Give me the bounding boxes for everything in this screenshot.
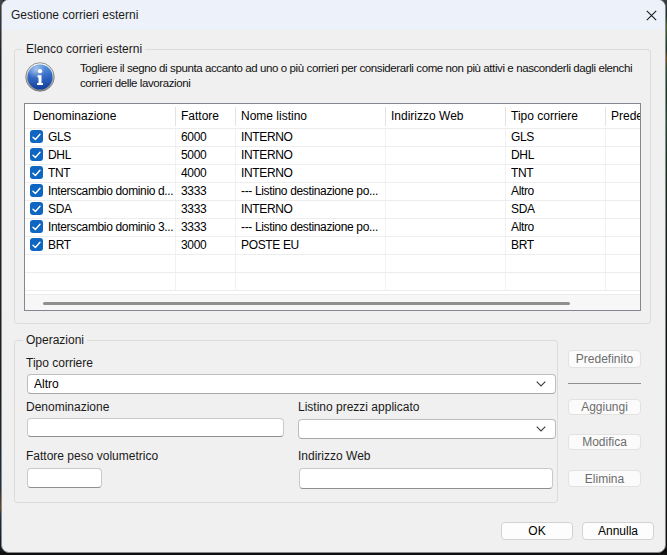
tipo-corriere-label: Tipo corriere <box>26 356 93 371</box>
cell-predefinito <box>611 128 640 146</box>
cell-predefinito <box>611 236 640 254</box>
tipo-corriere-select[interactable]: Altro <box>27 374 556 394</box>
column-header-indirizzo_web[interactable]: Indirizzo Web <box>391 104 463 128</box>
check-icon <box>32 241 41 249</box>
indirizzo-web-input[interactable] <box>299 468 553 489</box>
cell-predefinito <box>611 164 640 182</box>
column-header-denominazione[interactable]: Denominazione <box>33 104 116 128</box>
cell-nome_listino: INTERNO <box>241 146 384 164</box>
cell-indirizzo_web <box>391 200 504 218</box>
cell-nome_listino: INTERNO <box>241 164 384 182</box>
elimina-button[interactable]: Elimina <box>568 470 641 487</box>
grid-vline <box>605 128 606 290</box>
listino-prezzi-label: Listino prezzi applicato <box>298 400 419 415</box>
row-checkbox[interactable] <box>30 166 43 179</box>
couriers-table[interactable]: DenominazioneFattoreNome listinoIndirizz… <box>24 103 641 311</box>
cell-predefinito <box>611 146 640 164</box>
annulla-button[interactable]: Annulla <box>582 522 654 540</box>
check-icon <box>32 151 41 159</box>
cell-nome_listino: INTERNO <box>241 200 384 218</box>
listino-prezzi-select[interactable] <box>298 419 556 439</box>
cell-denominazione: BRT <box>48 236 174 254</box>
cell-denominazione: SDA <box>48 200 174 218</box>
side-buttons-separator <box>568 383 641 384</box>
column-header-fattore[interactable]: Fattore <box>181 104 219 128</box>
cell-fattore: 3333 <box>181 200 234 218</box>
fattore-peso-input[interactable] <box>27 468 102 488</box>
cell-fattore: 6000 <box>181 128 234 146</box>
column-header-tipo_corriere[interactable]: Tipo corriere <box>511 104 578 128</box>
groupbox-operazioni-label: Operazioni <box>23 333 87 348</box>
cell-fattore: 3000 <box>181 236 234 254</box>
cell-predefinito <box>611 200 640 218</box>
chevron-down-icon <box>536 381 546 387</box>
info-message: Togliere il segno di spunta accanto ad u… <box>80 61 632 91</box>
cell-nome_listino: INTERNO <box>241 128 384 146</box>
denominazione-label: Denominazione <box>26 400 109 415</box>
cell-fattore: 4000 <box>181 164 234 182</box>
cell-tipo_corriere: GLS <box>511 128 604 146</box>
cell-indirizzo_web <box>391 236 504 254</box>
cell-nome_listino: POSTE EU <box>241 236 384 254</box>
grid-hline <box>25 254 640 255</box>
column-header-nome_listino[interactable]: Nome listino <box>241 104 307 128</box>
cell-denominazione: Interscambio dominio d... <box>48 182 174 200</box>
cell-tipo_corriere: Altro <box>511 218 604 236</box>
ok-button[interactable]: OK <box>501 522 573 540</box>
cell-nome_listino: --- Listino destinazione po... <box>241 182 384 200</box>
cell-tipo_corriere: DHL <box>511 146 604 164</box>
grid-vline <box>385 128 386 290</box>
grid-vline <box>505 128 506 290</box>
cell-indirizzo_web <box>391 218 504 236</box>
cell-indirizzo_web <box>391 164 504 182</box>
row-checkbox[interactable] <box>30 148 43 161</box>
dialog-gestione-corrieri: Gestione corrieri esterni Elenco corrier… <box>1 0 666 553</box>
cell-denominazione: Interscambio dominio 3... <box>48 218 174 236</box>
column-separator <box>235 107 236 126</box>
row-checkbox[interactable] <box>30 184 43 197</box>
chevron-down-icon <box>536 426 546 432</box>
cell-predefinito <box>611 218 640 236</box>
grid-hline <box>25 272 640 273</box>
check-icon <box>32 223 41 231</box>
horizontal-scrollbar-thumb[interactable] <box>43 302 570 305</box>
cell-predefinito <box>611 182 640 200</box>
indirizzo-web-label: Indirizzo Web <box>298 449 370 464</box>
cell-tipo_corriere: BRT <box>511 236 604 254</box>
info-icon <box>25 62 55 92</box>
column-separator <box>505 107 506 126</box>
column-header-predefinito[interactable]: Predefinito <box>611 104 641 128</box>
check-icon <box>32 169 41 177</box>
cell-tipo_corriere: TNT <box>511 164 604 182</box>
listino-prezzi-value <box>305 420 531 438</box>
fattore-peso-label: Fattore peso volumetrico <box>26 449 158 464</box>
info-message-line1: Togliere il segno di spunta accanto ad u… <box>80 61 632 76</box>
cell-indirizzo_web <box>391 128 504 146</box>
row-checkbox[interactable] <box>30 130 43 143</box>
horizontal-scrollbar[interactable] <box>25 294 640 310</box>
titlebar: Gestione corrieri esterni <box>2 0 665 30</box>
close-button[interactable] <box>635 0 666 30</box>
row-checkbox[interactable] <box>30 220 43 233</box>
aggiungi-button[interactable]: Aggiungi <box>568 399 641 415</box>
cell-fattore: 3333 <box>181 182 234 200</box>
check-icon <box>32 133 41 141</box>
grid-vline <box>175 128 176 290</box>
denominazione-input[interactable] <box>27 418 284 437</box>
cell-tipo_corriere: SDA <box>511 200 604 218</box>
cell-tipo_corriere: Altro <box>511 182 604 200</box>
predefinito-button[interactable]: Predefinito <box>568 350 641 368</box>
close-icon <box>646 10 657 21</box>
modifica-button[interactable]: Modifica <box>568 434 641 450</box>
cell-fattore: 5000 <box>181 146 234 164</box>
check-icon <box>32 205 41 213</box>
column-separator <box>385 107 386 126</box>
cell-denominazione: GLS <box>48 128 174 146</box>
dialog-title: Gestione corrieri esterni <box>11 0 138 30</box>
row-checkbox[interactable] <box>30 238 43 251</box>
row-checkbox[interactable] <box>30 202 43 215</box>
column-separator <box>175 107 176 126</box>
info-message-line2: corrieri delle lavorazioni <box>80 76 632 91</box>
tipo-corriere-value: Altro <box>34 375 531 393</box>
cell-fattore: 3333 <box>181 218 234 236</box>
